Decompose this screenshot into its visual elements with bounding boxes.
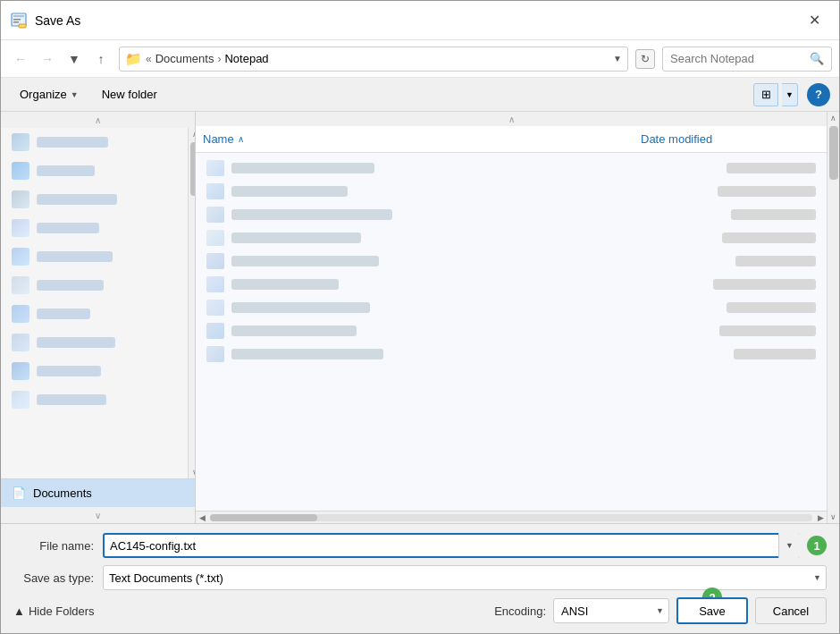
sidebar-item-6[interactable] <box>1 271 188 300</box>
sidebar-item-9[interactable] <box>1 357 188 385</box>
sidebar-selected-label: Documents <box>33 486 92 500</box>
file-rows <box>196 153 827 369</box>
refresh-button[interactable]: ↻ <box>635 49 655 69</box>
horizontal-scrollbar[interactable]: ◀ ▶ <box>196 511 827 523</box>
filename-row: File name: ▼ 1 <box>13 533 827 558</box>
search-input[interactable] <box>670 52 804 65</box>
search-box: 🔍 <box>662 46 832 72</box>
close-button[interactable]: ✕ <box>798 6 830 35</box>
filetype-select[interactable]: Text Documents (*.txt) All Files (*.*) <box>103 565 827 590</box>
column-name[interactable]: Name ∧ <box>203 132 641 146</box>
encoding-select[interactable]: ANSI UTF-8 UTF-16 LE UTF-16 BE <box>553 598 669 623</box>
search-icon: 🔍 <box>810 52 824 65</box>
sidebar-list <box>1 128 189 478</box>
sidebar-scroll-up-btn[interactable]: ∧ <box>189 128 195 140</box>
address-bar[interactable]: 📁 « Documents › Notepad ▼ <box>119 46 628 72</box>
view-icon: ⊞ <box>761 88 771 101</box>
sidebar-scroll-thumb[interactable] <box>190 142 195 196</box>
file-area: ∧ Name ∧ Date modified <box>196 112 839 523</box>
path-current: Notepad <box>224 52 268 65</box>
filename-input-wrapper: ▼ <box>103 533 800 558</box>
organize-dropdown-icon: ▼ <box>71 90 79 99</box>
sidebar-item-1[interactable] <box>1 128 188 156</box>
scroll-x-right-btn[interactable]: ▶ <box>814 511 827 524</box>
sidebar-scroll-up[interactable]: ∧ <box>1 112 195 128</box>
hide-folders-arrow: ▲ <box>13 604 25 618</box>
sidebar-scroll-down[interactable]: ∨ <box>1 507 195 523</box>
file-row[interactable] <box>203 342 819 366</box>
sidebar-scrollbar[interactable]: ∧ ∨ <box>189 128 195 478</box>
filetype-select-wrapper: Text Documents (*.txt) All Files (*.*) ▼ <box>103 565 827 590</box>
main-content: ∧ <box>1 112 839 523</box>
encoding-select-wrapper: ANSI UTF-8 UTF-16 LE UTF-16 BE ▼ <box>553 598 669 623</box>
hide-folders-button[interactable]: ▲ Hide Folders <box>13 604 95 618</box>
sidebar-selected-icon: 📄 <box>12 486 26 500</box>
column-date[interactable]: Date modified <box>641 132 819 146</box>
hide-folders-label: Hide Folders <box>29 604 95 618</box>
sidebar-item-5[interactable] <box>1 242 188 271</box>
sidebar-scroll-down-btn[interactable]: ∨ <box>189 466 195 478</box>
svg-rect-4 <box>19 24 26 28</box>
filename-label: File name: <box>13 539 103 553</box>
recent-locations-button[interactable]: ▼ <box>62 46 87 72</box>
up-button[interactable]: ↑ <box>88 46 113 72</box>
file-scroll-up-btn[interactable]: ∧ <box>827 112 839 124</box>
file-list-scroll-up[interactable]: ∧ <box>196 112 827 126</box>
filename-dropdown-button[interactable]: ▼ <box>778 533 800 558</box>
file-scroll-track[interactable] <box>827 124 839 511</box>
scroll-x-track[interactable] <box>210 514 812 521</box>
file-row[interactable] <box>203 273 819 296</box>
scroll-x-thumb[interactable] <box>210 514 317 521</box>
organize-button[interactable]: Organize ▼ <box>10 83 88 106</box>
file-row[interactable] <box>203 296 819 319</box>
save-button[interactable]: Save <box>676 597 748 624</box>
sidebar-scroll-track[interactable] <box>189 140 195 466</box>
path-parent: Documents <box>155 52 214 65</box>
file-vertical-scrollbar[interactable]: ∧ ∨ <box>827 112 839 523</box>
filename-input[interactable] <box>103 533 800 558</box>
help-button[interactable]: ? <box>807 83 830 106</box>
file-list-header: Name ∧ Date modified <box>196 126 827 153</box>
sidebar-item-4[interactable] <box>1 214 188 242</box>
navigation-bar: ← → ▼ ↑ 📁 « Documents › Notepad ▼ ↻ 🔍 <box>1 40 839 78</box>
sidebar-item-10[interactable] <box>1 385 188 414</box>
file-list-main: ∧ Name ∧ Date modified <box>196 112 827 523</box>
file-row[interactable] <box>203 180 819 203</box>
organize-label: Organize <box>20 88 67 101</box>
save-button-wrapper: 2 Save <box>676 597 748 624</box>
cancel-button[interactable]: Cancel <box>755 597 827 624</box>
file-row[interactable] <box>203 319 819 342</box>
sidebar-selected-item[interactable]: 📄 Documents <box>1 478 195 507</box>
path-prefix: « <box>146 53 152 65</box>
sidebar-item-7[interactable] <box>1 300 188 328</box>
file-scroll-down-btn[interactable]: ∨ <box>827 511 839 523</box>
sort-arrow: ∧ <box>238 134 244 144</box>
file-row[interactable] <box>203 156 819 180</box>
save-as-dialog: Save As ✕ ← → ▼ ↑ 📁 « Documents › Notepa… <box>0 0 840 634</box>
sidebar-item-3[interactable] <box>1 185 188 214</box>
footer-row: ▲ Hide Folders Encoding: ANSI UTF-8 UTF-… <box>13 597 827 624</box>
filetype-row: Save as type: Text Documents (*.txt) All… <box>13 565 827 590</box>
encoding-label: Encoding: <box>494 604 546 618</box>
scroll-x-left-btn[interactable]: ◀ <box>196 511 208 524</box>
file-scroll-thumb[interactable] <box>829 126 838 180</box>
file-row[interactable] <box>203 203 819 226</box>
path-folder-icon: 📁 <box>125 51 142 67</box>
new-folder-button[interactable]: New folder <box>92 83 167 106</box>
forward-button[interactable]: → <box>35 46 60 72</box>
path-separator: › <box>217 53 221 65</box>
view-dropdown-button[interactable]: ▼ <box>782 83 798 106</box>
file-row[interactable] <box>203 226 819 249</box>
file-row[interactable] <box>203 249 819 273</box>
filetype-label: Save as type: <box>13 571 103 585</box>
view-button[interactable]: ⊞ <box>753 83 778 106</box>
svg-rect-3 <box>13 21 19 23</box>
sidebar-item-8[interactable] <box>1 328 188 357</box>
file-list-content <box>196 153 827 511</box>
back-button[interactable]: ← <box>8 46 33 72</box>
sidebar-item-2[interactable] <box>1 156 188 185</box>
sidebar-panel: ∧ <box>1 112 196 523</box>
toolbar: Organize ▼ New folder ⊞ ▼ ? <box>1 78 839 112</box>
path-dropdown-arrow[interactable]: ▼ <box>613 54 622 63</box>
dialog-title: Save As <box>35 13 798 28</box>
